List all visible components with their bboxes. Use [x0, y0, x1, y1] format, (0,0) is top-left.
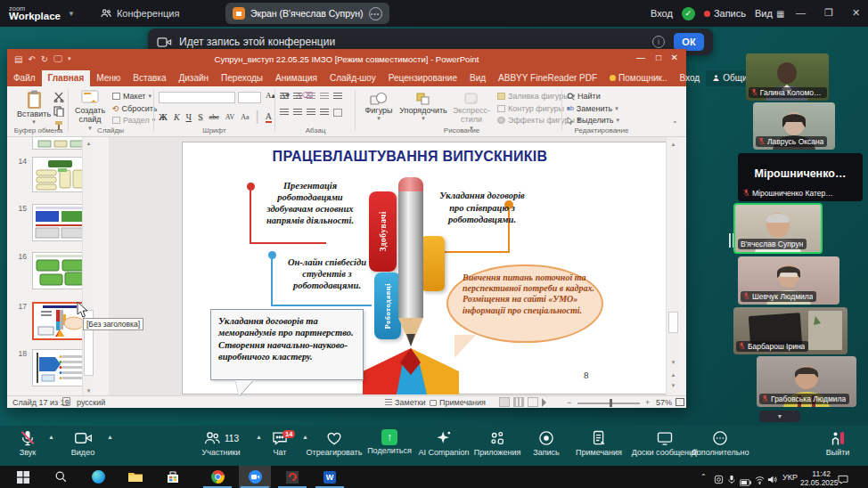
audio-button[interactable]: Звук: [7, 429, 48, 457]
underline-button[interactable]: Ч: [186, 112, 192, 122]
video-tile-6[interactable]: Барбарош Ірина: [733, 307, 848, 354]
tab-animations[interactable]: Анимация: [269, 70, 323, 86]
slide-page-number[interactable]: 8: [584, 370, 589, 380]
copy-icon[interactable]: [53, 106, 64, 117]
taskbar-word-icon[interactable]: W: [314, 466, 346, 488]
yellow-banner[interactable]: [421, 236, 445, 291]
font-name-combo[interactable]: [159, 92, 235, 103]
zoom-slider-handle[interactable]: [610, 399, 612, 407]
collapse-ribbon-icon[interactable]: ⌃: [672, 120, 678, 128]
paste-button[interactable]: Вставить▾: [14, 90, 53, 126]
ppt-close-button[interactable]: ✕: [671, 53, 678, 62]
taskbar-zoom-icon[interactable]: [239, 466, 271, 488]
tab-home[interactable]: Главная: [42, 70, 91, 86]
layout-button[interactable]: Макет▾: [112, 92, 158, 101]
tab-conference[interactable]: Конференция: [100, 7, 179, 20]
slide-scroll-up-icon[interactable]: ▲: [668, 140, 678, 149]
columns-icon[interactable]: [333, 109, 342, 117]
change-case-button[interactable]: Aa: [241, 113, 249, 121]
participants-scroll-down-button[interactable]: ▼: [759, 411, 800, 422]
record-button[interactable]: Запись: [521, 429, 571, 457]
comments-toggle[interactable]: Примечания: [430, 398, 486, 407]
tray-expand-chevron[interactable]: ⌃: [700, 473, 707, 481]
char-spacing-button[interactable]: AV: [225, 113, 235, 121]
security-shield-icon[interactable]: ✓: [682, 7, 695, 20]
tab-screen-share[interactable]: Экран (В'ячеслав Супрун) •••: [225, 3, 389, 24]
numbering-icon[interactable]: [293, 93, 302, 101]
action-center-icon[interactable]: [838, 472, 848, 488]
taskbar-acrobat-icon[interactable]: [276, 466, 308, 488]
blue-banner-employers[interactable]: Роботодавці: [374, 272, 401, 339]
zoom-in-button[interactable]: +: [645, 398, 650, 407]
video-tile-7[interactable]: Грабовська Людмила: [757, 356, 856, 407]
leave-button[interactable]: Выйти: [815, 429, 861, 457]
tab-transitions[interactable]: Переходы: [215, 70, 269, 86]
info-icon[interactable]: i: [652, 36, 665, 48]
tray-language-indicator[interactable]: УКР: [782, 473, 798, 482]
cut-icon[interactable]: [53, 92, 64, 102]
taskbar-edge-icon[interactable]: [82, 466, 114, 488]
align-center-icon[interactable]: [293, 109, 302, 117]
fit-to-window-icon[interactable]: [676, 398, 684, 406]
start-button[interactable]: [7, 466, 39, 488]
font-color-button[interactable]: А: [266, 111, 272, 123]
callout-text[interactable]: Укладання договорів та меморандумів про …: [218, 315, 357, 363]
scroll-down-icon[interactable]: ▼: [84, 386, 94, 395]
align-right-icon[interactable]: [307, 109, 315, 117]
slide-title[interactable]: ПРАЦЕВЛАШТУВАННЯ ВИПУСКНИКІВ: [205, 149, 615, 165]
find-button[interactable]: Найти: [567, 92, 619, 101]
tray-app-icon[interactable]: [714, 472, 724, 488]
speech-bubble-text[interactable]: Вивчення питань поточної та перспективно…: [463, 272, 596, 316]
tray-clock[interactable]: 11:42 22.05.2025: [800, 469, 831, 487]
view-sorter-icon[interactable]: [513, 397, 524, 407]
video-tile-1[interactable]: Галина Коломоєць: [746, 53, 829, 101]
select-button[interactable]: Выделить▾: [567, 116, 619, 125]
font-size-combo[interactable]: [238, 92, 261, 103]
window-close-button[interactable]: ✕: [852, 7, 860, 19]
bullets-icon[interactable]: [280, 93, 289, 101]
justify-icon[interactable]: [320, 109, 329, 117]
zoom-out-button[interactable]: −: [567, 398, 571, 407]
tray-battery-icon[interactable]: [740, 474, 751, 488]
tab-design[interactable]: Дизайн: [172, 70, 215, 86]
text-block-online[interactable]: Он-лайн співбесіди студентів з роботодав…: [284, 256, 370, 291]
tab-review[interactable]: Рецензирование: [382, 70, 463, 86]
taskbar-store-icon[interactable]: [157, 466, 189, 488]
zoom-slider-track[interactable]: [577, 403, 640, 404]
slide-scroll-down-icon[interactable]: ▼: [668, 358, 678, 367]
strikethrough-button[interactable]: abc: [209, 113, 219, 121]
indent-decrease-icon[interactable]: [307, 93, 315, 101]
italic-button[interactable]: К: [174, 112, 180, 122]
red-banner-applicants[interactable]: Здобувачі: [369, 191, 397, 272]
tray-speaker-icon[interactable]: [767, 472, 777, 488]
shapes-button[interactable]: Фигуры▾: [360, 92, 397, 122]
tab-assistant[interactable]: Помощник..: [603, 70, 673, 86]
panel-resize-handle[interactable]: [729, 233, 731, 248]
video-tile-2[interactable]: Лаврусь Оксана: [753, 102, 835, 150]
view-button[interactable]: Вид ▦: [755, 8, 784, 19]
video-button[interactable]: Видео: [59, 429, 107, 457]
ppt-maximize-button[interactable]: □: [656, 53, 661, 62]
section-button[interactable]: Раздел▾: [112, 116, 158, 125]
video-tile-5[interactable]: Шевчук Людмила: [738, 256, 839, 305]
video-tile-3-camera-off[interactable]: Мірошниченко… Мірошниченко Катер…: [738, 153, 863, 201]
participants-button[interactable]: 113 Участники: [187, 429, 255, 457]
text-shadow-button[interactable]: S: [198, 112, 203, 122]
audio-options-chevron[interactable]: ▲: [48, 434, 54, 440]
align-left-icon[interactable]: [280, 109, 289, 117]
indent-increase-icon[interactable]: [320, 93, 329, 101]
arrange-button[interactable]: Упорядочить▾: [399, 92, 447, 122]
line-spacing-icon[interactable]: [333, 93, 342, 101]
view-normal-icon[interactable]: [499, 397, 510, 407]
view-slideshow-icon[interactable]: [542, 398, 546, 407]
tab-slideshow[interactable]: Слайд-шоу: [323, 70, 382, 86]
notes-toggle[interactable]: Заметки: [385, 398, 425, 407]
text-block-presentation[interactable]: Презентація роботодавцями здобувачам осн…: [256, 180, 364, 226]
tab-abbyy[interactable]: ABBYY FineReader PDF: [492, 70, 603, 86]
video-options-chevron[interactable]: ▲: [107, 434, 113, 440]
video-tile-4-active-speaker[interactable]: В'ячеслав Супрун: [733, 203, 823, 254]
tab-insert[interactable]: Вставка: [127, 70, 172, 86]
tab-file[interactable]: Файл: [7, 70, 42, 86]
taskbar-search-button[interactable]: [45, 466, 77, 488]
next-slide-icon[interactable]: ▼: [668, 381, 678, 390]
